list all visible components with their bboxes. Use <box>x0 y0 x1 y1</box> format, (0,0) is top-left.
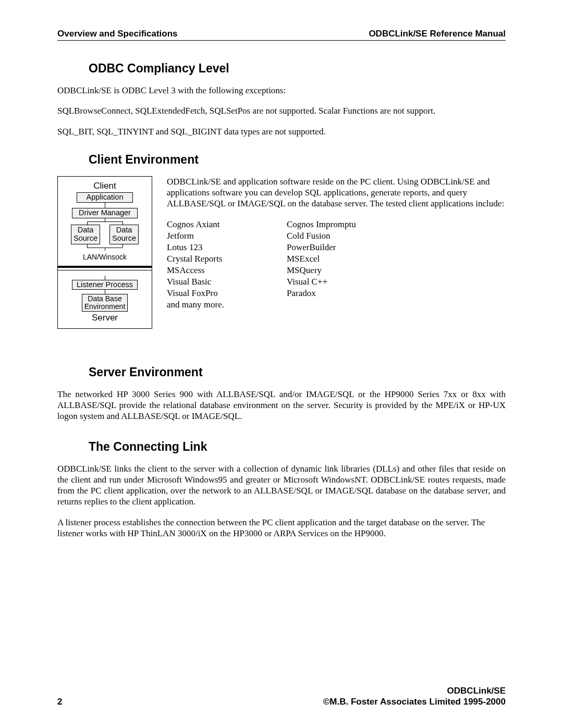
app-item: Jetform <box>167 230 255 242</box>
diagram-driver-manager-box: Driver Manager <box>72 208 138 218</box>
diagram-client-title: Client <box>61 179 149 192</box>
diagram-data-source-2: Data Source <box>109 225 139 244</box>
header-right: ODBCLink/SE Reference Manual <box>369 29 506 39</box>
app-item: Visual C++ <box>287 276 375 288</box>
diagram-application-box: Application <box>77 192 133 203</box>
server-p1: The networked HP 3000 Series 900 with AL… <box>57 389 506 422</box>
app-item: Paradox <box>287 288 375 299</box>
app-item: Cognos Axiant <box>167 219 255 230</box>
odbc-p2: SQLBrowseConnect, SQLExtendedFetch, SQLS… <box>57 105 506 116</box>
link-p1: ODBCLink/SE links the client to the serv… <box>57 463 506 508</box>
heading-odbc-compliancy: ODBC Compliancy Level <box>89 61 506 76</box>
app-item: Cold Fusion <box>287 230 375 242</box>
heading-client-environment: Client Environment <box>89 153 506 167</box>
link-p2: A listener process establishes the conne… <box>57 517 506 539</box>
diagram-data-sources: Data Source Data Source <box>61 225 149 244</box>
client-p1: ODBCLink/SE and application software res… <box>167 176 506 209</box>
connector-merger <box>61 244 149 251</box>
diagram-data-source-1: Data Source <box>71 225 100 244</box>
page: Overview and Specifications ODBCLink/SE … <box>0 0 563 728</box>
app-item: Crystal Reports <box>167 253 255 265</box>
app-item: Lotus 123 <box>167 242 255 253</box>
footer-page-number: 2 <box>57 697 62 707</box>
odbc-p1: ODBCLink/SE is ODBC Level 3 with the fol… <box>57 85 506 96</box>
connector-splitter <box>61 218 149 225</box>
diagram-server-part: Listener Process Data Base Environment S… <box>58 270 152 328</box>
diagram-listener-box: Listener Process <box>72 280 138 290</box>
app-item: PowerBuilder <box>287 242 375 253</box>
client-apps-col1: Cognos Axiant Jetform Lotus 123 Crystal … <box>167 219 255 311</box>
app-item: Visual Basic <box>167 276 255 288</box>
connector-line <box>105 276 105 280</box>
app-item: MSQuery <box>287 265 375 276</box>
heading-server-environment: Server Environment <box>89 365 506 379</box>
footer-product: ODBCLink/SE <box>323 685 506 696</box>
app-item: MSAccess <box>167 265 255 276</box>
diagram-server-title: Server <box>61 312 149 324</box>
client-text-block: ODBCLink/SE and application software res… <box>167 176 506 329</box>
client-section: Client Application Driver Manager Data S… <box>57 176 506 329</box>
diagram-db-env-box: Data Base Environment <box>82 294 128 311</box>
page-header: Overview and Specifications ODBCLink/SE … <box>57 29 506 41</box>
app-item: and many more. <box>167 299 255 311</box>
architecture-diagram: Client Application Driver Manager Data S… <box>57 176 152 329</box>
diagram-lan-bar <box>58 266 152 268</box>
footer-copyright: ©M.B. Foster Associates Limited 1995-200… <box>323 696 506 707</box>
page-footer: 2 ODBCLink/SE ©M.B. Foster Associates Li… <box>57 685 506 708</box>
heading-connecting-link: The Connecting Link <box>89 440 506 454</box>
footer-right: ODBCLink/SE ©M.B. Foster Associates Limi… <box>323 685 506 708</box>
client-apps-col2: Cognos Impromptu Cold Fusion PowerBuilde… <box>287 219 375 311</box>
diagram-client-part: Client Application Driver Manager Data S… <box>58 177 152 265</box>
app-item: MSExcel <box>287 253 375 265</box>
app-item: Visual FoxPro <box>167 288 255 299</box>
diagram-lan-label: LAN/Winsock <box>61 251 149 261</box>
odbc-p3: SQL_BIT, SQL_TINYINT and SQL_BIGINT data… <box>57 126 506 137</box>
client-apps-columns: Cognos Axiant Jetform Lotus 123 Crystal … <box>167 219 506 311</box>
app-item: Cognos Impromptu <box>287 219 375 230</box>
connector-line <box>105 203 105 208</box>
header-left: Overview and Specifications <box>57 29 178 39</box>
connector-line <box>105 290 105 294</box>
